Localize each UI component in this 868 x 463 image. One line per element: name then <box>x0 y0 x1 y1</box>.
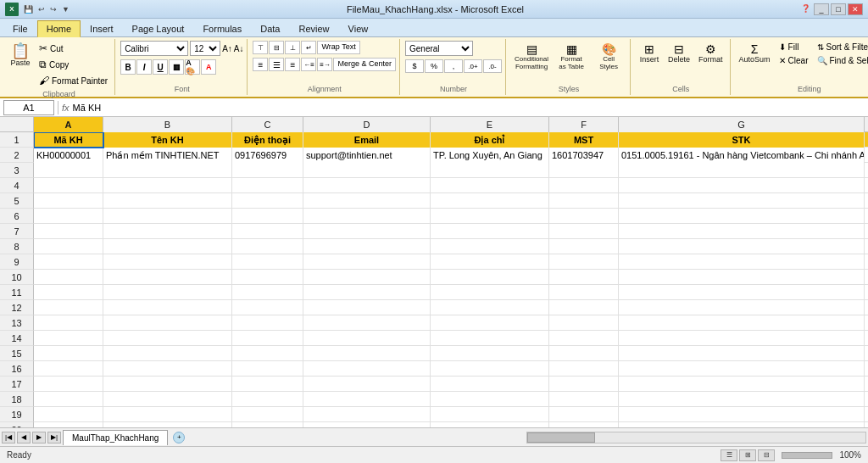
cell-D5[interactable] <box>303 193 431 209</box>
row-number-3[interactable]: 3 <box>0 163 34 178</box>
fill-button[interactable]: ⬇ Fill <box>776 41 812 53</box>
cell-A10[interactable] <box>34 270 103 285</box>
cell-E2[interactable]: TP. Long Xuyên, An Giang <box>431 148 549 163</box>
cell-F20[interactable] <box>549 422 619 427</box>
cell-D3[interactable] <box>303 163 431 178</box>
cell-G14[interactable] <box>619 331 865 346</box>
cell-A8[interactable] <box>34 239 103 254</box>
cell-B11[interactable] <box>103 285 232 300</box>
cell-G13[interactable] <box>619 315 865 331</box>
row-number-4[interactable]: 4 <box>0 178 34 193</box>
cell-G15[interactable] <box>619 346 865 361</box>
cell-E5[interactable] <box>431 193 549 209</box>
cell-C20[interactable] <box>232 422 303 427</box>
cell-E13[interactable] <box>431 315 549 331</box>
align-bottom-button[interactable]: ⊥ <box>285 41 300 54</box>
cell-E4[interactable] <box>431 178 549 193</box>
cell-C19[interactable] <box>232 407 303 422</box>
wrap-text-label-button[interactable]: Wrap Text <box>317 41 359 54</box>
cell-B5[interactable] <box>103 193 232 209</box>
cell-B13[interactable] <box>103 315 232 331</box>
cell-E20[interactable] <box>431 422 549 427</box>
redo-qat-button[interactable]: ↪ <box>48 4 58 14</box>
increase-font-button[interactable]: A↑ <box>222 44 232 53</box>
cell-F19[interactable] <box>549 407 619 422</box>
row-number-12[interactable]: 12 <box>0 300 34 315</box>
row-number-10[interactable]: 10 <box>0 270 34 285</box>
align-center-button[interactable]: ☰ <box>269 58 284 71</box>
comma-button[interactable]: , <box>444 59 463 73</box>
cell-A15[interactable] <box>34 346 103 361</box>
insert-button[interactable]: ⊞ Insert <box>636 41 663 66</box>
cell-G7[interactable] <box>619 224 865 239</box>
format-as-table-button[interactable]: ▦ Formatas Table <box>554 41 589 73</box>
save-qat-button[interactable]: 💾 <box>22 4 35 14</box>
cell-A16[interactable] <box>34 361 103 377</box>
cell-F3[interactable] <box>549 163 619 178</box>
cell-E15[interactable] <box>431 346 549 361</box>
cell-D14[interactable] <box>303 331 431 346</box>
cell-G19[interactable] <box>619 407 865 422</box>
cell-E1[interactable]: Địa chỉ <box>431 132 549 148</box>
cell-C17[interactable] <box>232 377 303 392</box>
cell-F11[interactable] <box>549 285 619 300</box>
page-layout-view-button[interactable]: ⊞ <box>739 449 756 461</box>
row-number-19[interactable]: 19 <box>0 407 34 422</box>
cell-C14[interactable] <box>232 331 303 346</box>
cell-G11[interactable] <box>619 285 865 300</box>
cell-C5[interactable] <box>232 193 303 209</box>
cell-C8[interactable] <box>232 239 303 254</box>
cell-E8[interactable] <box>431 239 549 254</box>
col-header-c[interactable]: C <box>232 117 303 132</box>
copy-button[interactable]: ⧉ Copy <box>36 57 111 72</box>
cell-B18[interactable] <box>103 392 232 407</box>
cell-B9[interactable] <box>103 254 232 270</box>
cell-F8[interactable] <box>549 239 619 254</box>
cell-G16[interactable] <box>619 361 865 377</box>
cell-C9[interactable] <box>232 254 303 270</box>
underline-button[interactable]: U <box>153 59 168 75</box>
row-number-17[interactable]: 17 <box>0 377 34 392</box>
format-painter-button[interactable]: 🖌 Format Painter <box>36 73 111 88</box>
cell-C11[interactable] <box>232 285 303 300</box>
cell-B6[interactable] <box>103 209 232 224</box>
autosum-button[interactable]: Σ AutoSum <box>736 41 774 66</box>
align-middle-button[interactable]: ⊟ <box>269 41 284 54</box>
cell-D19[interactable] <box>303 407 431 422</box>
cell-C2[interactable]: 0917696979 <box>232 148 303 163</box>
col-header-f[interactable]: F <box>549 117 619 132</box>
cell-B10[interactable] <box>103 270 232 285</box>
cell-D6[interactable] <box>303 209 431 224</box>
row-number-18[interactable]: 18 <box>0 392 34 407</box>
cell-D1[interactable]: Email <box>303 132 431 148</box>
cell-D18[interactable] <box>303 392 431 407</box>
cell-F13[interactable] <box>549 315 619 331</box>
row-number-20[interactable]: 20 <box>0 422 34 427</box>
cell-E11[interactable] <box>431 285 549 300</box>
cell-B17[interactable] <box>103 377 232 392</box>
cell-G12[interactable] <box>619 300 865 315</box>
cell-C3[interactable] <box>232 163 303 178</box>
cell-E14[interactable] <box>431 331 549 346</box>
cell-F7[interactable] <box>549 224 619 239</box>
cell-C7[interactable] <box>232 224 303 239</box>
tab-review[interactable]: Review <box>289 20 338 36</box>
cell-D13[interactable] <box>303 315 431 331</box>
cell-G6[interactable] <box>619 209 865 224</box>
cell-A9[interactable] <box>34 254 103 270</box>
cell-E7[interactable] <box>431 224 549 239</box>
cell-A11[interactable] <box>34 285 103 300</box>
cell-A12[interactable] <box>34 300 103 315</box>
cell-B16[interactable] <box>103 361 232 377</box>
cell-C12[interactable] <box>232 300 303 315</box>
font-color-button[interactable]: A <box>201 59 216 75</box>
fill-color-button[interactable]: A🎨 <box>185 59 200 75</box>
cell-E6[interactable] <box>431 209 549 224</box>
cell-B8[interactable] <box>103 239 232 254</box>
cell-F4[interactable] <box>549 178 619 193</box>
cell-B12[interactable] <box>103 300 232 315</box>
cell-styles-button[interactable]: 🎨 CellStyles <box>591 41 626 73</box>
cell-D10[interactable] <box>303 270 431 285</box>
tab-formulas[interactable]: Formulas <box>193 20 251 36</box>
page-break-view-button[interactable]: ⊟ <box>758 449 775 461</box>
